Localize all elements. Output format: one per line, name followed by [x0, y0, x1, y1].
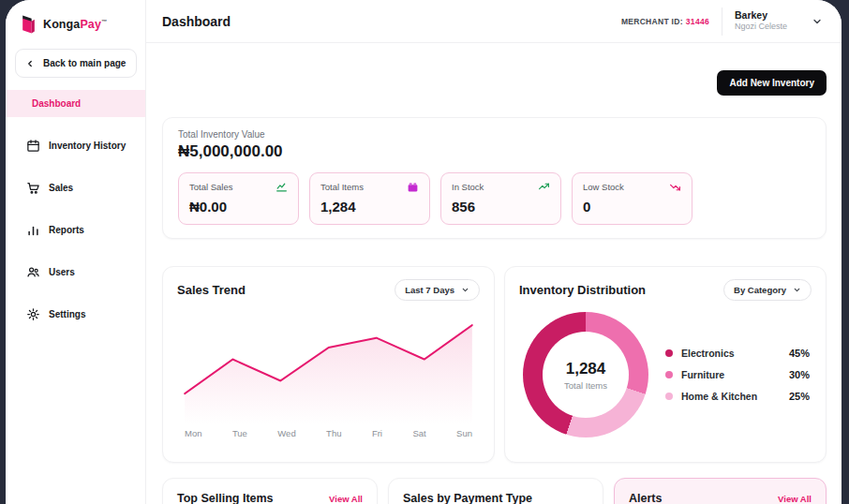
legend-dot [665, 371, 673, 378]
back-to-main-button[interactable]: Back to main page [15, 49, 137, 78]
cart-icon [26, 181, 40, 195]
x-axis-label: Tue [232, 428, 247, 438]
total-inventory-value: ₦5,000,000.00 [178, 142, 811, 161]
sidebar-nav: Dashboard Inventory History Sales Report… [6, 90, 145, 330]
user-name: Barkey [735, 9, 787, 22]
package-icon [407, 181, 419, 193]
chevron-left-icon [25, 59, 35, 68]
legend-label: Home & Kitchen [681, 391, 757, 402]
stat-label: Total Items [320, 182, 364, 192]
stat-value: 1,284 [320, 199, 419, 215]
legend-item-home-kitchen: Home & Kitchen 25% [665, 391, 810, 402]
stat-card-in-stock: In Stock 856 [440, 172, 561, 225]
x-axis-label: Sun [456, 428, 472, 438]
sidebar-item-inventory-history[interactable]: Inventory History [6, 130, 145, 161]
main-column: Dashboard MERCHANT ID:31446 Barkey Ngozi… [146, 0, 842, 504]
sidebar-item-label: Settings [49, 309, 85, 319]
stat-card-low-stock: Low Stock 0 [572, 172, 693, 225]
merchant-id: MERCHANT ID:31446 [621, 17, 709, 26]
donut-center-value: 1,284 [566, 360, 606, 378]
sales-by-payment-type-title: Sales by Payment Type [403, 492, 532, 504]
gear-icon [26, 307, 40, 321]
legend-dot [665, 393, 673, 400]
legend-percent: 25% [789, 391, 810, 402]
stat-label: Low Stock [583, 182, 624, 192]
bottom-row: Top Selling Items View All Sales by Paym… [162, 478, 827, 504]
topbar: Dashboard MERCHANT ID:31446 Barkey Ngozi… [146, 0, 842, 43]
chevron-down-icon [793, 286, 801, 294]
brand-logo: KongaPay™ [6, 0, 145, 35]
x-axis-label: Wed [277, 428, 295, 438]
sidebar-item-label: Dashboard [32, 98, 81, 109]
inventory-summary-card: Total Inventory Value ₦5,000,000.00 Tota… [162, 117, 827, 239]
back-to-main-label: Back to main page [43, 58, 126, 68]
user-menu[interactable]: Barkey Ngozi Celeste [735, 9, 787, 32]
date-range-dropdown[interactable]: Last 7 Days [395, 279, 480, 301]
trend-down-icon [669, 181, 681, 193]
sidebar: KongaPay™ Back to main page Dashboard In… [6, 0, 146, 504]
add-new-inventory-button[interactable]: Add New Inventory [717, 70, 827, 96]
page-title: Dashboard [162, 14, 231, 29]
chevron-down-icon [461, 286, 469, 294]
brand-name: KongaPay™ [43, 18, 107, 31]
bar-chart-icon [26, 223, 40, 237]
brand-name-secondary: Pay [80, 18, 101, 31]
sidebar-item-label: Inventory History [49, 141, 126, 151]
legend-dot [665, 349, 673, 357]
sales-trend-panel: Sales Trend Last 7 Days [162, 266, 495, 463]
donut-center-label: Total Items [564, 380, 607, 391]
brand-trademark: ™ [101, 19, 107, 24]
users-icon [26, 265, 40, 279]
sidebar-item-label: Sales [49, 183, 73, 193]
x-axis-label: Sat [412, 428, 425, 438]
inventory-distribution-title: Inventory Distribution [519, 283, 646, 297]
view-all-link[interactable]: View All [778, 494, 812, 504]
sidebar-item-reports[interactable]: Reports [6, 215, 145, 245]
brand-name-primary: Konga [43, 18, 80, 31]
user-subtitle: Ngozi Celeste [735, 22, 787, 32]
view-all-link[interactable]: View All [329, 494, 363, 504]
kongapay-logo-icon [20, 14, 37, 35]
legend-label: Electronics [681, 348, 735, 359]
date-range-label: Last 7 Days [405, 285, 454, 295]
merchant-id-value: 31446 [686, 17, 709, 26]
sidebar-item-label: Users [49, 267, 75, 277]
legend-percent: 30% [789, 369, 810, 380]
stat-value: 0 [583, 199, 681, 215]
trend-up-icon [538, 181, 550, 193]
stat-value: ₦0.00 [189, 199, 288, 215]
legend-item-furniture: Furniture 30% [665, 369, 810, 380]
topbar-divider [722, 7, 722, 36]
merchant-id-label: MERCHANT ID: [621, 17, 683, 26]
sidebar-item-label: Reports [49, 225, 84, 235]
toolbar: Add New Inventory [162, 70, 827, 96]
legend-item-electronics: Electronics 45% [665, 348, 810, 359]
chart-line-icon [276, 181, 288, 193]
sales-by-payment-type-card: Sales by Payment Type [388, 478, 603, 504]
stat-value: 856 [452, 199, 550, 215]
sidebar-item-users[interactable]: Users [6, 257, 145, 288]
sidebar-item-dashboard[interactable]: Dashboard [6, 90, 145, 117]
legend-percent: 45% [789, 348, 810, 359]
sidebar-item-settings[interactable]: Settings [6, 299, 145, 330]
top-selling-items-title: Top Selling Items [177, 492, 274, 504]
sidebar-item-sales[interactable]: Sales [6, 172, 145, 203]
total-inventory-label: Total Inventory Value [178, 129, 811, 140]
stat-card-total-items: Total Items 1,284 [309, 172, 430, 225]
charts-row: Sales Trend Last 7 Days [162, 266, 827, 463]
x-axis-label: Fri [372, 428, 382, 438]
dashboard-content: Add New Inventory Total Inventory Value … [146, 43, 842, 504]
user-chevron-down-icon[interactable] [812, 16, 823, 27]
sales-trend-title: Sales Trend [177, 283, 246, 297]
x-axis-labels: MonTueWedThuFriSatSun [177, 424, 480, 438]
alerts-card: Alerts View All [614, 478, 827, 504]
legend-label: Furniture [681, 369, 724, 380]
inventory-distribution-panel: Inventory Distribution By Category 1,284… [504, 266, 827, 463]
donut-legend: Electronics 45% Furniture 30% Home & Kit… [665, 337, 810, 412]
inventory-donut-chart: 1,284 Total Items [523, 312, 648, 437]
category-filter-dropdown[interactable]: By Category [723, 279, 812, 301]
x-axis-label: Thu [326, 428, 341, 438]
stat-card-total-sales: Total Sales ₦0.00 [178, 172, 299, 225]
stats-row: Total Sales ₦0.00 Total Items 1,284 [178, 172, 811, 225]
alerts-title: Alerts [629, 492, 662, 504]
